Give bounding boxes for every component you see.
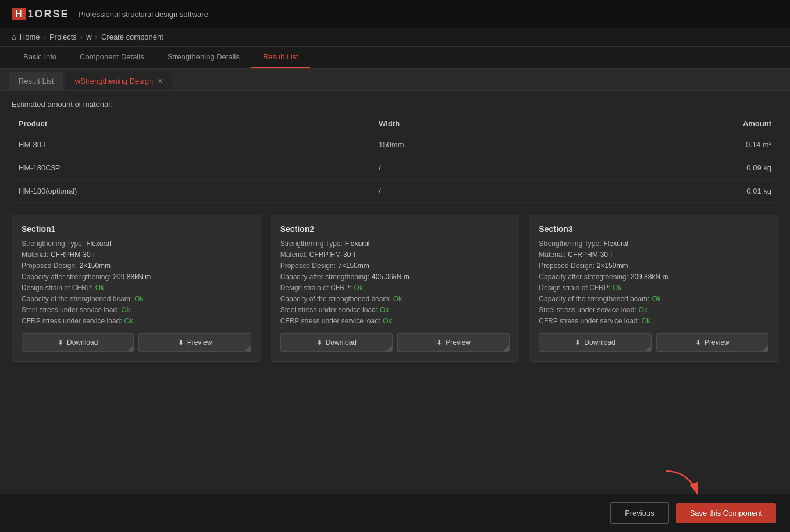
material-product-2: HM-180(optional)	[12, 180, 372, 203]
preview-button-2[interactable]: ⬇ Preview	[397, 333, 510, 352]
section-proposed-1: Proposed Design: 2×150mm	[22, 262, 251, 270]
content-area: Estimated amount of material: Product Wi…	[0, 91, 790, 494]
section-proposed-2: Proposed Design: 7×150mm	[280, 262, 510, 270]
logo-brand: 1ORSE	[28, 8, 69, 20]
section-capacity-2: Capacity after strengthening: 405.06kN·m	[280, 273, 510, 281]
material-width-0: 150mm	[372, 133, 567, 156]
btn-corner	[127, 345, 133, 351]
section-strain-3: Design strain of CFRP: Ok	[539, 284, 768, 292]
section-cap-beam-1: Capacity of the strengthened beam: Ok	[22, 295, 251, 303]
section-capacity-1: Capacity after strengthening: 209.88kN·m	[22, 273, 251, 281]
section-cfrp-2: CFRP stress under service load: Ok	[280, 317, 510, 325]
breadcrumb-current: Create component	[101, 33, 163, 41]
section-cap-beam-3: Capacity of the strengthened beam: Ok	[539, 295, 768, 303]
main-content: Result List wStrengthening Design ✕ Esti…	[0, 69, 790, 494]
preview-icon-2: ⬇	[436, 338, 442, 347]
section-strain-2: Design strain of CFRP: Ok	[280, 284, 510, 292]
save-component-button[interactable]: Save this Component	[676, 503, 776, 523]
btn-corner	[645, 345, 651, 351]
section-title-2: Section2	[280, 224, 510, 234]
section-buttons-2: ⬇ Download ⬇ Preview	[280, 333, 510, 352]
tab-basic-info[interactable]: Basic Info	[12, 47, 68, 68]
section-strain-1: Design strain of CFRP: Ok	[22, 284, 251, 292]
section-capacity-3: Capacity after strengthening: 209.88kN·m	[539, 273, 768, 281]
breadcrumb: ⌂ Home › Projects › w › Create component	[0, 28, 790, 47]
section-buttons-3: ⬇ Download ⬇ Preview	[539, 333, 768, 352]
section-material-1: Material: CFRPHM-30-I	[22, 251, 251, 259]
logo: H 1ORSE	[12, 8, 69, 20]
preview-button-3[interactable]: ⬇ Preview	[656, 333, 768, 352]
subtab-result-list[interactable]: Result List	[9, 72, 63, 90]
logo-icon: H	[12, 8, 26, 20]
section-strengthening-type-1: Strengthening Type: Flexural	[22, 240, 251, 248]
preview-icon-1: ⬇	[178, 338, 184, 347]
subtab-wstrengthening[interactable]: wStrengthening Design ✕	[66, 72, 172, 90]
section-cfrp-3: CFRP stress under service load: Ok	[539, 317, 768, 325]
subtab-wstrengthening-label: wStrengthening Design	[75, 77, 153, 85]
section-title-3: Section3	[539, 224, 768, 234]
material-width-1: /	[372, 156, 567, 180]
section-buttons-1: ⬇ Download ⬇ Preview	[22, 333, 251, 352]
app-header: H 1ORSE Professional structural design s…	[0, 0, 790, 28]
app-subtitle: Professional structural design software	[79, 10, 208, 19]
section-cap-beam-2: Capacity of the strengthened beam: Ok	[280, 295, 510, 303]
material-table-row: HM-30-I 150mm 0.14 m²	[12, 133, 778, 156]
btn-corner	[503, 345, 509, 351]
download-button-2[interactable]: ⬇ Download	[280, 333, 393, 352]
section-proposed-3: Proposed Design: 2×150mm	[539, 262, 768, 270]
col-product: Product	[12, 115, 372, 133]
material-table-row: HM-180(optional) / 0.01 kg	[12, 180, 778, 203]
section-card-2: Section2 Strengthening Type: Flexural Ma…	[271, 215, 520, 362]
section-strengthening-type-3: Strengthening Type: Flexural	[539, 240, 768, 248]
download-icon-3: ⬇	[575, 338, 581, 347]
col-amount: Amount	[567, 115, 778, 133]
material-amount-1: 0.09 kg	[567, 156, 778, 180]
preview-icon-3: ⬇	[695, 338, 701, 347]
top-navigation: Basic Info Component Details Strengtheni…	[0, 47, 790, 69]
material-width-2: /	[372, 180, 567, 203]
col-width: Width	[372, 115, 567, 133]
download-icon-2: ⬇	[316, 338, 322, 347]
material-product-0: HM-30-I	[12, 133, 372, 156]
preview-button-1[interactable]: ⬇ Preview	[138, 333, 251, 352]
section-steel-2: Steel stress under service load: Ok	[280, 306, 510, 314]
download-icon-1: ⬇	[58, 338, 63, 347]
material-amount-2: 0.01 kg	[567, 180, 778, 203]
download-button-1[interactable]: ⬇ Download	[22, 333, 134, 352]
breadcrumb-home[interactable]: Home	[20, 33, 40, 41]
tab-result-list[interactable]: Result List	[251, 47, 310, 68]
section-steel-1: Steel stress under service load: Ok	[22, 306, 251, 314]
material-amount-0: 0.14 m²	[567, 133, 778, 156]
breadcrumb-w[interactable]: w	[86, 33, 91, 41]
material-table-row: HM-180C3P / 0.09 kg	[12, 156, 778, 180]
section-cfrp-1: CFRP stress under service load: Ok	[22, 317, 251, 325]
material-table: Product Width Amount HM-30-I 150mm 0.14 …	[12, 115, 778, 203]
section-steel-3: Steel stress under service load: Ok	[539, 306, 768, 314]
breadcrumb-projects[interactable]: Projects	[49, 33, 77, 41]
subtab-close-icon[interactable]: ✕	[158, 77, 163, 85]
section-strengthening-type-2: Strengthening Type: Flexural	[280, 240, 510, 248]
btn-corner	[245, 345, 251, 351]
tab-component-details[interactable]: Component Details	[68, 47, 156, 68]
material-product-1: HM-180C3P	[12, 156, 372, 180]
section-material-2: Material: CFRP HM-30-I	[280, 251, 510, 259]
section-material-3: Material: CFRPHM-30-I	[539, 251, 768, 259]
section-title-1: Section1	[22, 224, 251, 234]
bottom-bar: Previous Save this Component	[0, 494, 790, 532]
estimated-label: Estimated amount of material:	[12, 100, 778, 109]
btn-corner	[386, 345, 392, 351]
previous-button[interactable]: Previous	[610, 502, 669, 524]
download-button-3[interactable]: ⬇ Download	[539, 333, 651, 352]
btn-corner	[762, 345, 768, 351]
section-card-3: Section3 Strengthening Type: Flexural Ma…	[529, 215, 778, 362]
sections-container: Section1 Strengthening Type: Flexural Ma…	[12, 215, 778, 362]
sub-tabs: Result List wStrengthening Design ✕	[0, 69, 790, 91]
home-icon: ⌂	[12, 33, 16, 41]
section-card-1: Section1 Strengthening Type: Flexural Ma…	[12, 215, 261, 362]
tab-strengthening-details[interactable]: Strengthening Details	[156, 47, 251, 68]
